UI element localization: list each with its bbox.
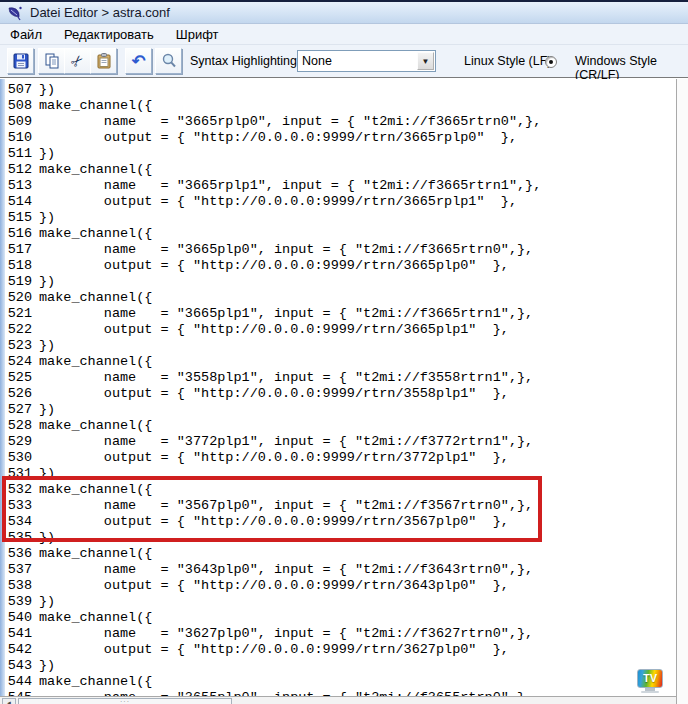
- line-number: 525: [5, 370, 32, 386]
- line-number: 539: [5, 594, 32, 610]
- code-line: 532make_channel({: [5, 482, 541, 498]
- title-bar: Datei Editor > astra.conf: [0, 2, 688, 24]
- code-line: 522 output = { "http://0.0.0.0:9999/rtrn…: [5, 322, 541, 338]
- horizontal-scrollbar-thumb[interactable]: ···: [18, 698, 232, 704]
- line-text: }): [39, 338, 55, 354]
- code-line: 526 output = { "http://0.0.0.0:9999/rtrn…: [5, 386, 541, 402]
- line-text: output = { "http://0.0.0.0:9999/rtrn/356…: [39, 514, 509, 530]
- code-line: 508make_channel({: [5, 98, 541, 114]
- line-number: 528: [5, 418, 32, 434]
- code-line: 511}): [5, 146, 541, 162]
- code-line: 539}): [5, 594, 541, 610]
- line-text: }): [39, 82, 55, 98]
- line-text: }): [39, 146, 55, 162]
- line-text: make_channel({: [39, 610, 152, 626]
- code-line: 518 output = { "http://0.0.0.0:9999/rtrn…: [5, 258, 541, 274]
- line-number: 519: [5, 274, 32, 290]
- line-text: }): [39, 466, 55, 482]
- code-editor[interactable]: 507})508make_channel({509 name = "3665rp…: [0, 79, 676, 704]
- code-line: 514 output = { "http://0.0.0.0:9999/rtrn…: [5, 194, 541, 210]
- code-line: 521 name = "3665plp1", input = { "t2mi:/…: [5, 306, 541, 322]
- line-number: 510: [5, 130, 32, 146]
- paste-icon: [95, 52, 113, 70]
- copy-icon: [43, 52, 61, 70]
- menu-bar: Файл Редактировать Шрифт: [0, 24, 688, 45]
- cut-button[interactable]: ✂: [64, 48, 91, 74]
- line-number: 541: [5, 626, 32, 642]
- cut-icon: ✂: [67, 50, 89, 72]
- code-line: 527}): [5, 402, 541, 418]
- line-number: 543: [5, 658, 32, 674]
- scroll-left-arrow-icon[interactable]: ◄: [2, 698, 16, 704]
- syntax-highlighting-select[interactable]: None ▼: [297, 50, 436, 72]
- window-left-edge: [0, 79, 5, 704]
- line-number: 538: [5, 578, 32, 594]
- chevron-down-icon[interactable]: ▼: [417, 52, 434, 70]
- code-line: 510 output = { "http://0.0.0.0:9999/rtrn…: [5, 130, 541, 146]
- line-text: }): [39, 274, 55, 290]
- line-text: make_channel({: [39, 546, 152, 562]
- line-text: output = { "http://0.0.0.0:9999/rtrn/355…: [39, 386, 509, 402]
- line-text: output = { "http://0.0.0.0:9999/rtrn/366…: [39, 258, 509, 274]
- code-line: 540make_channel({: [5, 610, 541, 626]
- menu-file[interactable]: Файл: [10, 27, 42, 42]
- tv-logo: TV: [637, 669, 663, 695]
- horizontal-scrollbar[interactable]: ◄ ···: [0, 696, 676, 704]
- line-text: output = { "http://0.0.0.0:9999/rtrn/377…: [39, 450, 509, 466]
- code-line: 520make_channel({: [5, 290, 541, 306]
- menu-edit[interactable]: Редактировать: [64, 27, 154, 42]
- line-text: name = "3665rplp0", input = { "t2mi://f3…: [39, 114, 541, 130]
- code-line: 524make_channel({: [5, 354, 541, 370]
- menu-font[interactable]: Шрифт: [176, 27, 219, 42]
- code-line: 525 name = "3558plp1", input = { "t2mi:/…: [5, 370, 541, 386]
- line-text: make_channel({: [39, 418, 152, 434]
- line-number: 537: [5, 562, 32, 578]
- code-line: 535}): [5, 530, 541, 546]
- line-text: output = { "http://0.0.0.0:9999/rtrn/366…: [39, 322, 509, 338]
- search-icon: [160, 52, 178, 70]
- line-number: 522: [5, 322, 32, 338]
- linux-style-radio[interactable]: [545, 56, 557, 68]
- undo-button[interactable]: ↶: [125, 48, 152, 74]
- code-line: 509 name = "3665rplp0", input = { "t2mi:…: [5, 114, 541, 130]
- line-number: 526: [5, 386, 32, 402]
- line-text: make_channel({: [39, 226, 152, 242]
- line-number: 531: [5, 466, 32, 482]
- line-number: 532: [5, 482, 32, 498]
- toolbar: ✂ ↶ Syntax Highlighting: None ▼ Linux St…: [0, 45, 688, 78]
- line-text: output = { "http://0.0.0.0:9999/rtrn/366…: [39, 194, 517, 210]
- search-button[interactable]: [155, 48, 182, 74]
- windows-style-label: Windows Style (CR/LF): [575, 54, 688, 82]
- save-button[interactable]: [7, 48, 34, 74]
- line-number: 507: [5, 82, 32, 98]
- tv-logo-screen: TV: [637, 669, 663, 688]
- copy-button[interactable]: [38, 48, 65, 74]
- line-number: 508: [5, 98, 32, 114]
- radio-dot: [549, 60, 553, 64]
- code-line: 519}): [5, 274, 541, 290]
- line-number: 527: [5, 402, 32, 418]
- line-text: output = { "http://0.0.0.0:9999/rtrn/362…: [39, 642, 509, 658]
- code-line: 515}): [5, 210, 541, 226]
- code-line: 544make_channel({: [5, 674, 541, 690]
- syntax-highlighting-value: None: [298, 54, 417, 68]
- code-line: 517 name = "3665plp0", input = { "t2mi:/…: [5, 242, 541, 258]
- line-number: 535: [5, 530, 32, 546]
- line-number: 542: [5, 642, 32, 658]
- line-text: name = "3772plp1", input = { "t2mi://f37…: [39, 434, 533, 450]
- line-text: name = "3665plp1", input = { "t2mi://f36…: [39, 306, 533, 322]
- code-line: 512make_channel({: [5, 162, 541, 178]
- code-line: 528make_channel({: [5, 418, 541, 434]
- line-text: }): [39, 658, 55, 674]
- line-number: 523: [5, 338, 32, 354]
- line-number: 540: [5, 610, 32, 626]
- code-line: 533 name = "3567plp0", input = { "t2mi:/…: [5, 498, 541, 514]
- code-line: 537 name = "3643plp0", input = { "t2mi:/…: [5, 562, 541, 578]
- line-text: name = "3665plp0", input = { "t2mi://f36…: [39, 242, 533, 258]
- line-number: 513: [5, 178, 32, 194]
- code-line: 543}): [5, 658, 541, 674]
- paste-button[interactable]: [90, 48, 117, 74]
- line-text: make_channel({: [39, 674, 152, 690]
- vertical-scrollbar[interactable]: [676, 79, 688, 704]
- code-lines: 507})508make_channel({509 name = "3665rp…: [5, 82, 541, 704]
